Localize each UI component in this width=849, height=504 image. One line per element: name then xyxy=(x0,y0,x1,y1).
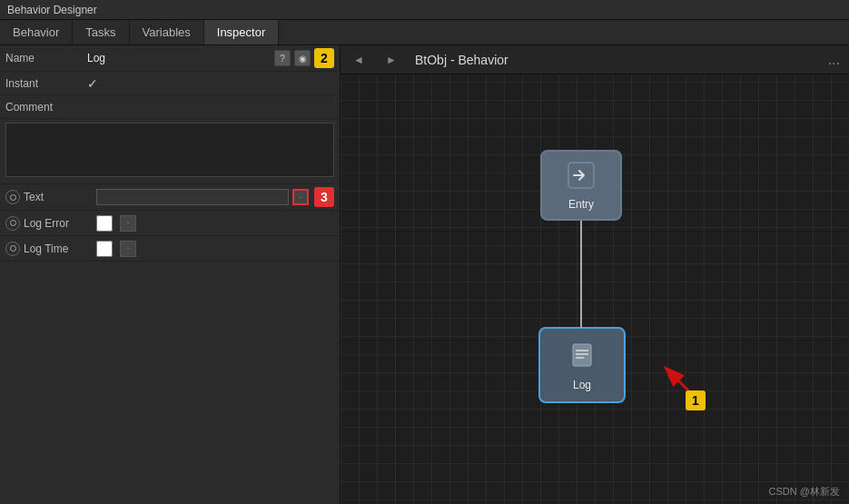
logerror-dot-btn[interactable]: · xyxy=(120,215,136,232)
canvas-topbar: ◄ ► BtObj - Behavior ... xyxy=(341,45,849,74)
log-node[interactable]: Log xyxy=(538,327,626,403)
entry-icon xyxy=(567,161,596,196)
text-label: Text xyxy=(24,191,96,203)
tab-behavior[interactable]: Behavior xyxy=(0,20,73,44)
text-input[interactable] xyxy=(96,189,289,205)
canvas-area: ◄ ► BtObj - Behavior ... Entry xyxy=(341,45,849,504)
name-value: Log xyxy=(87,52,271,64)
tab-tasks[interactable]: Tasks xyxy=(73,20,129,44)
comment-row: Comment xyxy=(0,95,340,119)
badge-2: 2 xyxy=(314,48,334,68)
tab-bar: Behavior Tasks Variables Inspector xyxy=(0,20,849,45)
instant-value: ✓ xyxy=(87,76,98,91)
instant-label: Instant xyxy=(5,77,87,90)
instant-row: Instant ✓ xyxy=(0,72,340,95)
connection-line xyxy=(580,221,582,328)
logtime-dot-btn[interactable]: · xyxy=(120,241,136,257)
name-icons: ? ◉ 2 xyxy=(274,48,334,68)
tab-inspector[interactable]: Inspector xyxy=(204,20,279,44)
logtime-label: Log Time xyxy=(24,242,96,255)
badge-3: 3 xyxy=(314,187,334,207)
logerror-search-icon xyxy=(5,216,20,231)
text-search-icon xyxy=(5,190,20,204)
inspector-panel: Name Log ? ◉ 2 Instant ✓ Comment Text · … xyxy=(0,45,341,504)
log-label: Log xyxy=(573,379,591,391)
watermark: CSDN @林新发 xyxy=(769,485,840,499)
title-bar-text: Behavior Designer xyxy=(7,4,97,16)
prop-text-row: Text · 3 xyxy=(0,184,340,211)
comment-label: Comment xyxy=(5,101,87,114)
logtime-search-icon xyxy=(5,242,20,256)
logerror-checkbox[interactable] xyxy=(96,215,113,232)
comment-area xyxy=(0,119,340,184)
canvas-nav-right[interactable]: ► xyxy=(382,51,400,69)
main-layout: Name Log ? ◉ 2 Instant ✓ Comment Text · … xyxy=(0,45,849,504)
log-icon xyxy=(567,340,597,377)
text-dot-btn[interactable]: · xyxy=(292,189,309,205)
svg-rect-2 xyxy=(573,344,591,366)
annotation-arrow-1: 1 xyxy=(636,338,708,413)
canvas-more-btn[interactable]: ... xyxy=(828,52,840,68)
logerror-label: Log Error xyxy=(24,217,96,230)
target-btn[interactable]: ◉ xyxy=(294,50,311,66)
canvas-title: BtObj - Behavior xyxy=(415,53,508,67)
prop-logerror-row: Log Error · xyxy=(0,211,340,236)
canvas-nav-left[interactable]: ◄ xyxy=(350,51,368,69)
name-row: Name Log ? ◉ 2 xyxy=(0,45,340,72)
name-label: Name xyxy=(5,52,87,64)
logtime-checkbox[interactable] xyxy=(96,241,113,257)
entry-label: Entry xyxy=(568,198,594,211)
canvas-grid xyxy=(341,45,849,504)
question-btn[interactable]: ? xyxy=(274,50,291,66)
prop-logtime-row: Log Time · xyxy=(0,236,340,262)
badge-1: 1 xyxy=(686,390,706,410)
title-bar: Behavior Designer xyxy=(0,0,849,20)
comment-textarea[interactable] xyxy=(5,123,334,177)
entry-node[interactable]: Entry xyxy=(540,150,622,221)
tab-variables[interactable]: Variables xyxy=(130,20,204,44)
